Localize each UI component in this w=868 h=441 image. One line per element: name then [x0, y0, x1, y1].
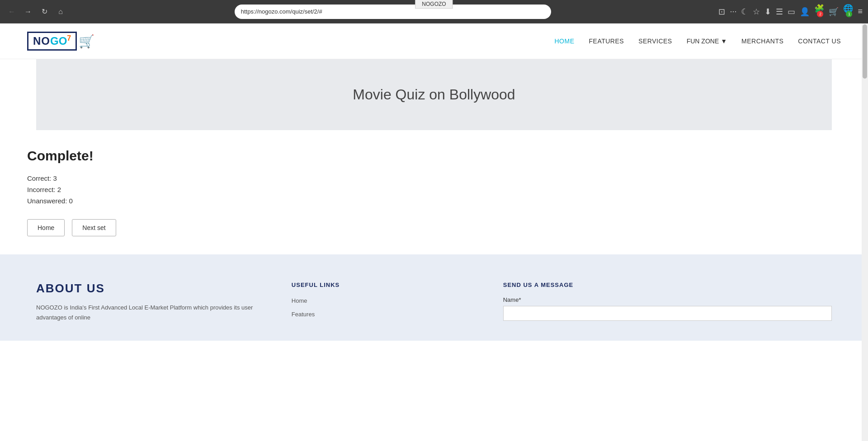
bookmark-icon[interactable]: ⊡: [718, 7, 725, 17]
menu-button[interactable]: ≡: [858, 7, 863, 16]
footer-links-heading: USEFUL LINKS: [292, 281, 467, 288]
nav-funzone[interactable]: FUN ZONE ▼: [687, 38, 727, 45]
extensions-icon[interactable]: ···: [730, 7, 736, 16]
tablet-icon[interactable]: ▭: [788, 7, 795, 17]
footer-link-home[interactable]: Home: [292, 297, 307, 304]
unanswered-count: Unanswered: 0: [27, 197, 841, 205]
name-label: Name*: [503, 296, 832, 303]
main-nav: HOME FEATURES SERVICES FUN ZONE ▼ MERCHA…: [555, 38, 841, 45]
star-icon[interactable]: ☆: [753, 7, 760, 17]
browser-tab: NOGOZO: [415, 0, 453, 9]
nav-features[interactable]: FEATURES: [589, 38, 624, 45]
logo-7: 7: [67, 34, 71, 42]
nav-home[interactable]: HOME: [555, 38, 575, 45]
scrollbar[interactable]: [862, 23, 868, 341]
shopping-icon[interactable]: 🛒: [829, 7, 839, 17]
home-button[interactable]: Home: [27, 219, 65, 236]
result-buttons: Home Next set: [27, 219, 841, 236]
download-icon[interactable]: ⬇: [764, 7, 771, 17]
site-footer: ABOUT US NOGOZO is India's First Advance…: [0, 254, 868, 341]
site-header: NO GO 7 🛒 HOME FEATURES SERVICES FUN ZON…: [0, 23, 868, 59]
library-icon[interactable]: ☰: [776, 7, 783, 17]
name-field-group: Name*: [503, 296, 832, 321]
nav-contact[interactable]: CONTACT US: [798, 38, 841, 45]
account-icon[interactable]: 👤: [800, 7, 810, 17]
footer-contact-form: SEND US A MESSAGE Name*: [503, 281, 832, 321]
footer-useful-links: USEFUL LINKS Home Features: [292, 281, 467, 318]
back-button[interactable]: ←: [5, 5, 18, 18]
next-set-button[interactable]: Next set: [72, 219, 116, 236]
name-input[interactable]: [503, 306, 832, 321]
result-stats: Correct: 3 Incorrect: 2 Unanswered: 0: [27, 174, 841, 205]
result-heading: Complete!: [27, 148, 841, 164]
incorrect-count: Incorrect: 2: [27, 186, 841, 193]
hero-title: Movie Quiz on Bollywood: [54, 86, 814, 103]
footer-about-text: NOGOZO is India's First Advanced Local E…: [36, 303, 255, 323]
logo-no: NO: [33, 35, 50, 47]
list-item: Home: [292, 296, 467, 305]
forward-button[interactable]: →: [22, 5, 34, 18]
quiz-result-section: Complete! Correct: 3 Incorrect: 2 Unansw…: [0, 130, 868, 254]
footer-about: ABOUT US NOGOZO is India's First Advance…: [36, 281, 255, 323]
badge-green-count: 1: [846, 11, 852, 17]
scrollbar-thumb[interactable]: [863, 24, 867, 79]
footer-contact-heading: SEND US A MESSAGE: [503, 281, 832, 288]
list-item: Features: [292, 310, 467, 318]
pocket-icon[interactable]: ☾: [741, 7, 748, 17]
nav-services[interactable]: SERVICES: [638, 38, 672, 45]
hero-banner: Movie Quiz on Bollywood: [36, 59, 832, 130]
correct-count: Correct: 3: [27, 174, 841, 182]
footer-link-features[interactable]: Features: [292, 311, 315, 318]
logo-cart-icon: 🛒: [79, 34, 94, 49]
hero-section: Movie Quiz on Bollywood: [0, 59, 868, 130]
badge-count: 2: [817, 11, 823, 17]
footer-links-list: Home Features: [292, 296, 467, 318]
address-bar[interactable]: [235, 5, 551, 19]
logo[interactable]: NO GO 7 🛒: [27, 32, 94, 51]
profile-badge-icon[interactable]: 🌐 1: [843, 4, 853, 20]
logo-go: GO: [50, 35, 67, 47]
nav-merchants[interactable]: MERCHANTS: [741, 38, 783, 45]
footer-about-heading: ABOUT US: [36, 281, 255, 296]
browser-icons: ⊡ ··· ☾ ☆ ⬇ ☰ ▭ 👤 🧩 2 🛒 🌐 1 ≡: [718, 4, 863, 20]
extensions-badge-icon[interactable]: 🧩 2: [814, 4, 824, 20]
home-button[interactable]: ⌂: [54, 5, 67, 18]
reload-button[interactable]: ↻: [38, 5, 51, 18]
dropdown-arrow-icon: ▼: [721, 38, 727, 45]
